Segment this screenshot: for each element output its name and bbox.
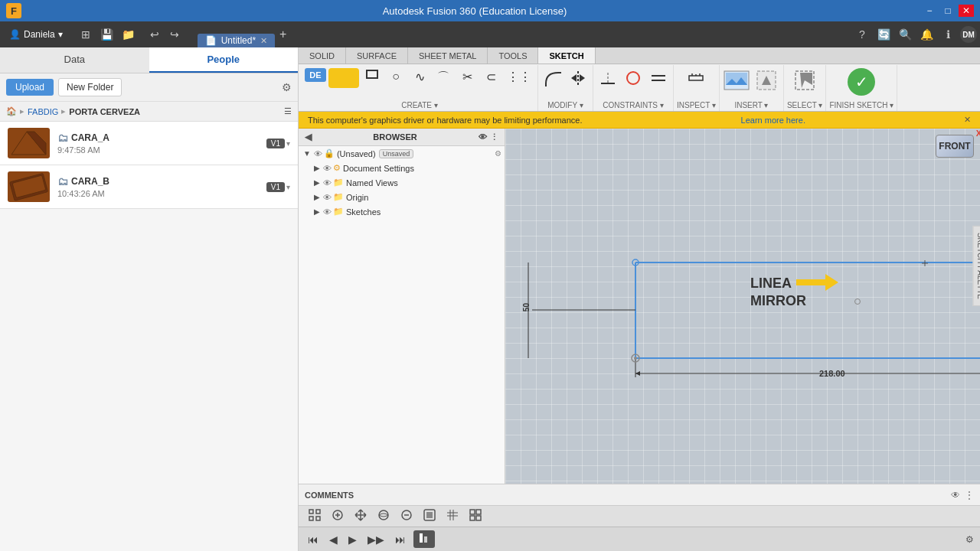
tab-people[interactable]: People <box>149 47 299 73</box>
ribbon-tab-sketch[interactable]: SKETCH <box>538 47 595 64</box>
ribbon-tab-surface[interactable]: SURFACE <box>346 47 408 64</box>
grid-view-button[interactable]: ⊞ <box>77 25 95 44</box>
timeline-tool-icon[interactable] <box>413 530 435 548</box>
version-badge-cara-b[interactable]: V1 <box>266 182 285 192</box>
modify-mirror-button[interactable] <box>567 68 590 88</box>
timeline-next-button[interactable]: ▶▶ <box>364 532 387 547</box>
create-group-label[interactable]: CREATE ▾ <box>401 99 438 111</box>
browser-item-named-views[interactable]: ▶ 👁 📁 Named Views <box>299 175 505 190</box>
ribbon-tab-sheet-metal[interactable]: SHEET METAL <box>408 47 488 64</box>
save-button[interactable]: 💾 <box>98 25 116 44</box>
upload-button[interactable]: Upload <box>6 79 54 96</box>
create-de-button[interactable]: DE <box>305 68 326 82</box>
timeline-gear-button[interactable]: ⚙ <box>965 534 974 545</box>
eye-icon[interactable]: 👁 <box>323 178 332 187</box>
finish-sketch-button[interactable]: ✓ <box>848 68 875 96</box>
create-scissors-button[interactable]: ✂ <box>456 68 478 86</box>
tab-data[interactable]: Data <box>0 47 149 73</box>
new-tab-button[interactable]: + <box>276 28 289 41</box>
inspect-group-label[interactable]: INSPECT ▾ <box>677 99 716 111</box>
front-face-label[interactable]: FRONT <box>936 135 974 158</box>
version-dropdown-icon[interactable]: ▾ <box>286 139 290 148</box>
constraint-circle-dim-button[interactable] <box>622 68 645 88</box>
settings-icon[interactable]: ⚙ <box>495 149 501 158</box>
browser-item-sketches[interactable]: ▶ 👁 📁 Sketches <box>299 204 505 219</box>
sketch-palette-button[interactable]: SKETCH PALETTE <box>973 226 981 306</box>
eye-icon[interactable]: 👁 <box>323 207 332 217</box>
fit-view-button[interactable] <box>305 507 325 526</box>
undo-button[interactable]: ↩ <box>145 25 164 44</box>
constraints-group-label[interactable]: CONSTRAINTS ▾ <box>603 99 663 111</box>
constraint-dim-button[interactable] <box>596 68 619 88</box>
browser-collapse-button[interactable]: ◀ <box>305 132 312 142</box>
browser-menu-icon[interactable]: ⋮ <box>490 132 498 142</box>
create-offset-button[interactable]: ⊂ <box>480 68 501 86</box>
view-cube[interactable]: Z X FRONT <box>936 135 974 173</box>
search-button[interactable]: 🔍 <box>896 25 914 44</box>
timeline-play-button[interactable]: ▶ <box>345 532 360 547</box>
comments-eye-icon[interactable]: 👁 <box>951 490 960 500</box>
select-group-label[interactable]: SELECT ▾ <box>787 99 823 111</box>
insert-image-button[interactable] <box>723 68 750 93</box>
inspect-measure-button[interactable] <box>684 68 707 88</box>
finish-sketch-label[interactable]: FINISH SKETCH ▾ <box>829 99 893 111</box>
close-tab-icon[interactable]: ✕ <box>260 36 267 46</box>
help-button[interactable]: ? <box>853 25 871 44</box>
constraint-equal-button[interactable] <box>647 68 670 88</box>
list-item[interactable]: 🗂 CARA_B 10:43:26 AM V1 ▾ <box>0 165 298 209</box>
browser-eye-icon[interactable]: 👁 <box>479 132 487 142</box>
orbit-button[interactable] <box>374 507 394 526</box>
modify-fillet-button[interactable] <box>541 68 564 88</box>
warning-link[interactable]: Learn more here. <box>741 116 805 125</box>
zoom-in-button[interactable] <box>328 507 348 526</box>
ribbon-tab-solid[interactable]: SOLID <box>299 47 346 64</box>
settings-gear-button[interactable]: ⚙ <box>282 81 292 93</box>
sketch-canvas[interactable]: 218.00 17.00 17.00 17.00 9.00 50 LINEA <box>505 129 980 484</box>
breadcrumb-menu-icon[interactable]: ☰ <box>284 106 292 116</box>
timeline-end-button[interactable]: ⏭ <box>392 532 409 547</box>
breadcrumb-fabdig[interactable]: FABDIG <box>28 107 58 116</box>
create-arc-button[interactable]: ∿ <box>409 68 430 86</box>
warning-close-button[interactable]: ✕ <box>964 115 971 125</box>
grid-toggle-button[interactable] <box>443 507 462 526</box>
viewport-toggle-button[interactable] <box>466 507 485 526</box>
info-button[interactable]: ℹ <box>939 25 957 44</box>
close-button[interactable]: ✕ <box>959 5 974 17</box>
select-button[interactable] <box>791 68 818 93</box>
timeline-prev-button[interactable]: ◀ <box>326 532 341 547</box>
user-menu[interactable]: 👤 Daniela ▾ <box>3 27 69 42</box>
create-rectangle-button[interactable] <box>361 68 383 80</box>
display-settings-button[interactable] <box>420 507 439 526</box>
modify-group-label[interactable]: MODIFY ▾ <box>547 99 583 111</box>
insert-canvas-button[interactable] <box>753 68 780 93</box>
version-badge-cara-a[interactable]: V1 <box>266 139 285 148</box>
refresh-button[interactable]: 🔄 <box>874 25 893 44</box>
eye-icon[interactable]: 👁 <box>323 164 332 173</box>
comments-menu-icon[interactable]: ⋮ <box>965 490 974 500</box>
notifications-button[interactable]: 🔔 <box>917 25 936 44</box>
insert-group-label[interactable]: INSERT ▾ <box>734 99 768 111</box>
create-pattern-button[interactable]: ⋮⋮ <box>504 68 534 86</box>
browser-item-unsaved[interactable]: ▼ 👁 🔒 (Unsaved) Unsaved ⚙ <box>299 146 505 161</box>
browser-item-doc-settings[interactable]: ▶ 👁 ⚙ Document Settings <box>299 161 505 175</box>
eye-icon[interactable]: 👁 <box>314 149 322 158</box>
pan-button[interactable] <box>351 507 371 526</box>
create-line-button[interactable] <box>328 68 359 88</box>
browser-item-origin[interactable]: ▶ 👁 📁 Origin <box>299 190 505 204</box>
minimize-button[interactable]: − <box>922 5 937 17</box>
create-curve-button[interactable]: ⌒ <box>433 68 454 87</box>
redo-button[interactable]: ↪ <box>165 25 184 44</box>
user-avatar[interactable]: DM <box>960 26 977 43</box>
timeline-start-button[interactable]: ⏮ <box>305 532 322 547</box>
folder-button[interactable]: 📁 <box>119 25 138 44</box>
ribbon-tab-tools[interactable]: TOOLS <box>488 47 538 64</box>
home-icon[interactable]: 🏠 <box>6 106 17 116</box>
new-folder-button[interactable]: New Folder <box>58 78 122 96</box>
list-item[interactable]: 🗂 CARA_A 9:47:58 AM V1 ▾ <box>0 122 298 165</box>
maximize-button[interactable]: □ <box>940 5 956 17</box>
version-dropdown-icon-b[interactable]: ▾ <box>286 183 290 191</box>
eye-icon[interactable]: 👁 <box>323 193 332 202</box>
document-tab[interactable]: 📄 Untitled* ✕ <box>198 34 275 47</box>
create-circle-button[interactable]: ○ <box>385 68 407 85</box>
zoom-out-button[interactable] <box>397 507 416 526</box>
